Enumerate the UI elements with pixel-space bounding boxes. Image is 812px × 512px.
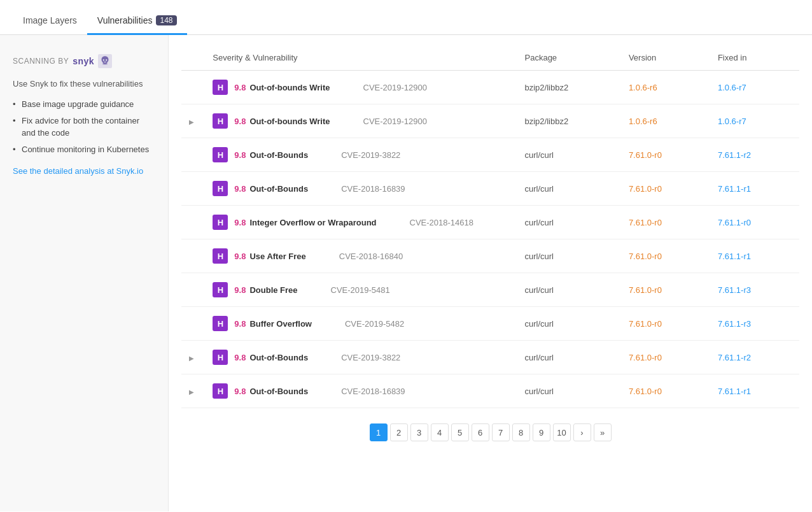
severity-score: 9.8 — [234, 252, 246, 261]
expand-cell — [181, 172, 205, 206]
page-btn-1[interactable]: 1 — [370, 423, 388, 441]
expand-cell — [181, 138, 205, 172]
severity-badge: H — [213, 80, 228, 95]
severity-score: 9.8 — [234, 83, 246, 92]
vulnerabilities-badge: 148 — [156, 15, 176, 25]
package-cell: curl/curl — [517, 307, 621, 341]
fixed-in-value: 7.61.1-r3 — [718, 285, 751, 295]
vuln-name: Out-of-Bounds — [249, 184, 308, 194]
severity-badge: H — [213, 113, 228, 129]
page-btn-7[interactable]: 7 — [492, 423, 510, 441]
list-item: Continue monitoring in Kubernetes — [13, 144, 155, 155]
main-layout: SCANNING BY snyk Use Snyk to fix these v… — [0, 35, 812, 511]
version-cell: 7.61.0-r0 — [621, 273, 710, 307]
severity-badge: H — [213, 147, 228, 162]
scanning-by: SCANNING BY snyk — [13, 54, 155, 68]
expand-cell — [181, 239, 205, 273]
expand-cell — [181, 307, 205, 341]
fixed-in-cell: 7.61.1-r3 — [710, 273, 799, 307]
page-btn-8[interactable]: 8 — [512, 423, 530, 441]
severity-vulnerability-cell: H 9.8 Buffer Overflow CVE-2019-5482 — [205, 307, 517, 341]
severity-score: 9.8 — [234, 353, 246, 362]
expand-cell[interactable]: ▶ — [181, 104, 205, 138]
page-btn-4[interactable]: 4 — [431, 423, 449, 441]
col-expand — [181, 48, 205, 71]
version-value: 1.0.6-r6 — [629, 117, 657, 126]
package-name: curl/curl — [525, 252, 554, 261]
cve-id: CVE-2018-14618 — [410, 218, 473, 227]
version-value: 7.61.0-r0 — [629, 218, 662, 227]
expand-cell[interactable]: ▶ — [181, 374, 205, 408]
table-row: ▶ H 9.8 Out-of-bounds Write CVE-2019-129… — [181, 104, 799, 138]
expand-arrow-icon[interactable]: ▶ — [189, 388, 194, 395]
fixed-in-value: 7.61.1-r1 — [718, 184, 751, 194]
vuln-name: Out-of-bounds Write — [249, 83, 330, 92]
severity-vulnerability-cell: H 9.8 Out-of-bounds Write CVE-2019-12900 — [205, 71, 517, 104]
content-area: Severity & Vulnerability Package Version… — [169, 35, 812, 511]
vuln-name: Buffer Overflow — [249, 319, 312, 329]
snyk-link[interactable]: See the detailed analysis at Snyk.io — [13, 166, 143, 176]
vuln-name: Out-of-Bounds — [249, 150, 308, 160]
cve-id: CVE-2018-16840 — [339, 252, 403, 261]
fixed-in-cell: 7.61.1-r3 — [710, 307, 799, 341]
cve-id: CVE-2019-5481 — [331, 285, 390, 295]
sidebar: SCANNING BY snyk Use Snyk to fix these v… — [0, 35, 169, 511]
severity-score: 9.8 — [234, 387, 246, 396]
package-name: bzip2/libbz2 — [525, 83, 569, 92]
snyk-logo: snyk — [73, 56, 94, 66]
package-name: curl/curl — [525, 150, 554, 160]
package-cell: curl/curl — [517, 206, 621, 239]
page-btn-10[interactable]: 10 — [553, 423, 571, 441]
cve-id: CVE-2019-12900 — [363, 117, 427, 126]
table-row: ▶ H 9.8 Out-of-Bounds CVE-2018-16839 cur… — [181, 374, 799, 408]
fixed-in-value: 7.61.1-r0 — [718, 218, 751, 227]
tab-image-layers-label: Image Layers — [23, 15, 77, 25]
package-name: curl/curl — [525, 387, 554, 396]
version-cell: 7.61.0-r0 — [621, 172, 710, 206]
table-row: H 9.8 Integer Overflow or Wraparound CVE… — [181, 206, 799, 239]
page-last-btn[interactable]: » — [594, 423, 612, 441]
severity-badge: H — [213, 350, 228, 365]
svg-point-2 — [106, 59, 107, 60]
list-item: Fix advice for both the container and th… — [13, 115, 155, 138]
package-cell: curl/curl — [517, 172, 621, 206]
version-value: 7.61.0-r0 — [629, 184, 662, 194]
tab-vulnerabilities[interactable]: Vulnerabilities 148 — [87, 9, 187, 35]
fixed-in-value: 7.61.1-r3 — [718, 319, 751, 329]
severity-score: 9.8 — [234, 117, 246, 126]
page-btn-5[interactable]: 5 — [451, 423, 469, 441]
fixed-in-cell: 1.0.6-r7 — [710, 71, 799, 104]
page-next-btn[interactable]: › — [573, 423, 591, 441]
severity-vulnerability-cell: H 9.8 Out-of-Bounds CVE-2018-16839 — [205, 374, 517, 408]
package-cell: curl/curl — [517, 273, 621, 307]
expand-arrow-icon[interactable]: ▶ — [189, 355, 194, 362]
version-value: 7.61.0-r0 — [629, 252, 662, 261]
fixed-in-cell: 7.61.1-r1 — [710, 374, 799, 408]
page-btn-9[interactable]: 9 — [533, 423, 550, 441]
package-name: bzip2/libbz2 — [525, 117, 569, 126]
fixed-in-cell: 7.61.1-r0 — [710, 206, 799, 239]
severity-badge: H — [213, 316, 228, 331]
tab-image-layers[interactable]: Image Layers — [13, 9, 87, 35]
tab-vulnerabilities-label: Vulnerabilities — [97, 15, 153, 25]
page-btn-6[interactable]: 6 — [472, 423, 489, 441]
version-value: 7.61.0-r0 — [629, 353, 662, 362]
expand-cell — [181, 206, 205, 239]
page-btn-3[interactable]: 3 — [410, 423, 428, 441]
table-row: ▶ H 9.8 Out-of-Bounds CVE-2019-3822 curl… — [181, 341, 799, 374]
table-row: H 9.8 Use After Free CVE-2018-16840 curl… — [181, 239, 799, 273]
pagination: 12345678910›» — [181, 408, 799, 452]
sidebar-cta: Use Snyk to fix these vulnerabilities — [13, 78, 155, 90]
cve-id: CVE-2019-3822 — [341, 353, 400, 362]
scanning-by-label: SCANNING BY — [13, 57, 69, 66]
severity-score: 9.8 — [234, 184, 246, 194]
col-package: Package — [517, 48, 621, 71]
cve-id: CVE-2018-16839 — [341, 387, 405, 396]
expand-arrow-icon[interactable]: ▶ — [189, 118, 194, 125]
severity-score: 9.8 — [234, 150, 246, 160]
package-cell: curl/curl — [517, 341, 621, 374]
package-name: curl/curl — [525, 285, 554, 295]
severity-vulnerability-cell: H 9.8 Use After Free CVE-2018-16840 — [205, 239, 517, 273]
expand-cell[interactable]: ▶ — [181, 341, 205, 374]
page-btn-2[interactable]: 2 — [390, 423, 408, 441]
